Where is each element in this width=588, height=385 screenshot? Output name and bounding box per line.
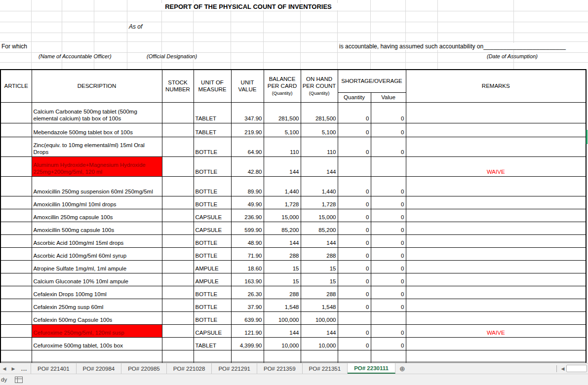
cell-description[interactable]: Cefuroxime 250mg/5ml, 120ml susp — [32, 325, 162, 338]
cell-on-hand-per-count[interactable]: 1,548 — [301, 299, 338, 312]
header-unit-of-measure[interactable]: UNIT OF MEASURE — [194, 70, 231, 103]
cell-unit-of-measure[interactable]: TABLET — [194, 103, 231, 123]
cell-description[interactable]: Atropine Sulfate 1mg/ml, 1ml ampule — [32, 261, 162, 273]
cell-stock-number[interactable] — [162, 157, 194, 177]
cell-balance-per-card[interactable]: 144 — [264, 157, 301, 177]
cell-unit-value[interactable]: 4,399.90 — [231, 338, 264, 350]
cell-stock-number[interactable] — [162, 261, 194, 273]
cell-on-hand-per-count[interactable]: 288 — [301, 248, 338, 261]
cell-on-hand-per-count[interactable]: 144 — [301, 325, 338, 338]
cell-on-hand-per-count[interactable]: 281,500 — [301, 103, 338, 123]
cell-shortage-value[interactable] — [371, 157, 406, 177]
cell-stock-number[interactable] — [162, 123, 194, 137]
cell-remarks[interactable] — [406, 286, 586, 299]
sheet-tab[interactable]: PO# 221351 — [303, 363, 348, 374]
header-shortage-value[interactable]: Value — [371, 93, 406, 103]
cell-balance-per-card[interactable]: 288 — [264, 248, 301, 261]
cell-description[interactable]: Ascorbic Acid 100mg/5ml 60ml syrup — [32, 248, 162, 261]
cell-unit-value[interactable]: 347.90 — [231, 103, 264, 123]
cell-remarks[interactable] — [406, 209, 586, 222]
tabs-scroll-right-button[interactable]: ▶ — [9, 363, 18, 374]
cell-shortage-quantity[interactable]: 0 — [338, 103, 371, 123]
cell-stock-number[interactable] — [162, 248, 194, 261]
cell-description[interactable]: Cefuroxime 500mg tablet, 100s box — [32, 338, 162, 350]
cell-stock-number[interactable] — [162, 177, 194, 196]
cell-unit-value[interactable]: 236.90 — [231, 209, 264, 222]
cell-shortage-value[interactable]: 0 — [371, 261, 406, 273]
cell-remarks[interactable] — [406, 235, 586, 248]
tabs-scroll-left-button[interactable]: ◀ — [0, 363, 9, 374]
cell-on-hand-per-count[interactable]: 144 — [301, 157, 338, 177]
cell-unit-of-measure[interactable]: BOTTLE — [194, 299, 231, 312]
cell-remarks[interactable] — [406, 196, 586, 209]
cell-remarks[interactable] — [406, 137, 586, 157]
cell-unit-of-measure[interactable]: BOTTLE — [194, 196, 231, 209]
cell-stock-number[interactable] — [162, 350, 194, 362]
cell-unit-of-measure[interactable]: CAPSULE — [194, 325, 231, 338]
header-unit-value[interactable]: UNIT VALUE — [231, 70, 264, 103]
sheet-tab[interactable]: PO# 220984 — [77, 363, 122, 374]
cell-description[interactable]: Amoxicillin 100mg/ml 10ml drops — [32, 196, 162, 209]
cell-balance-per-card[interactable]: 15 — [264, 261, 301, 273]
cell-stock-number[interactable] — [162, 273, 194, 286]
cell-unit-value[interactable] — [231, 350, 264, 362]
cell-on-hand-per-count[interactable]: 85,200 — [301, 222, 338, 235]
cell-balance-per-card[interactable]: 15,000 — [264, 209, 301, 222]
cell-shortage-quantity[interactable]: 0 — [338, 137, 371, 157]
cell-shortage-value[interactable]: 0 — [371, 248, 406, 261]
cell-shortage-quantity[interactable] — [338, 157, 371, 177]
cell-on-hand-per-count[interactable]: 5,100 — [301, 123, 338, 137]
cell-remarks[interactable] — [406, 123, 586, 137]
cell-stock-number[interactable] — [162, 137, 194, 157]
cell-article[interactable] — [0, 325, 32, 338]
header-shortage-overage[interactable]: SHORTAGE/OVERAGE — [338, 70, 406, 93]
cell-remarks[interactable] — [406, 312, 586, 325]
cell-shortage-value[interactable]: 0 — [371, 222, 406, 235]
cell-unit-of-measure[interactable]: BOTTLE — [194, 248, 231, 261]
cell-unit-of-measure[interactable]: AMPULE — [194, 261, 231, 273]
sheet-tab[interactable]: PO# 221028 — [167, 363, 212, 374]
cell-unit-value[interactable]: 49.90 — [231, 196, 264, 209]
cell-on-hand-per-count[interactable] — [301, 350, 338, 362]
cell-description[interactable]: Amoxcillin 250mg capsule 100s — [32, 209, 162, 222]
header-shortage-quantity[interactable]: Quantity — [338, 93, 371, 103]
header-article[interactable]: ARTICLE — [0, 70, 32, 103]
cell-shortage-quantity[interactable]: 0 — [338, 273, 371, 286]
cell-remarks[interactable]: WAIVE — [406, 157, 586, 177]
cell-balance-per-card[interactable]: 288 — [264, 286, 301, 299]
sheet-tab[interactable]: PO# 2230111 — [348, 363, 395, 374]
cell-balance-per-card[interactable]: 100,000 — [264, 312, 301, 325]
sheet-tab[interactable]: PO# 221359 — [257, 363, 303, 374]
cell-stock-number[interactable] — [162, 312, 194, 325]
cell-unit-value[interactable]: 219.90 — [231, 123, 264, 137]
cell-shortage-quantity[interactable] — [338, 350, 371, 362]
cell-on-hand-per-count[interactable]: 100,000 — [301, 312, 338, 325]
cell-description[interactable]: Cefalexin 250mg susp 60ml — [32, 299, 162, 312]
cell-stock-number[interactable] — [162, 299, 194, 312]
header-description[interactable]: DESCRIPTION — [32, 70, 162, 103]
cell-stock-number[interactable] — [162, 196, 194, 209]
cell-shortage-quantity[interactable]: 0 — [338, 299, 371, 312]
cell-unit-value[interactable]: 89.90 — [231, 177, 264, 196]
cell-unit-of-measure[interactable]: AMPULE — [194, 273, 231, 286]
cell-shortage-quantity[interactable]: 0 — [338, 123, 371, 137]
header-on-hand-per-count[interactable]: ON HAND PER COUNT (Quantity) — [301, 70, 338, 103]
cell-article[interactable] — [0, 299, 32, 312]
cell-on-hand-per-count[interactable]: 15,000 — [301, 209, 338, 222]
cell-remarks[interactable] — [406, 222, 586, 235]
cell-article[interactable] — [0, 312, 32, 325]
cell-article[interactable] — [0, 209, 32, 222]
cell-shortage-value[interactable]: 0 — [371, 103, 406, 123]
cell-shortage-quantity[interactable]: 0 — [338, 222, 371, 235]
cell-stock-number[interactable] — [162, 222, 194, 235]
accountability-line[interactable]: is accountable, having assumed such acco… — [339, 43, 587, 50]
sheet-grid-icon[interactable] — [15, 377, 23, 383]
header-balance-per-card[interactable]: BALANCE PER CARD (Quantity) — [264, 70, 301, 103]
cell-balance-per-card[interactable]: 1,440 — [264, 177, 301, 196]
cell-article[interactable] — [0, 137, 32, 157]
cell-unit-of-measure[interactable]: BOTTLE — [194, 235, 231, 248]
cell-balance-per-card[interactable]: 15 — [264, 273, 301, 286]
cell-shortage-quantity[interactable] — [338, 312, 371, 325]
cell-remarks[interactable] — [406, 350, 586, 362]
cell-on-hand-per-count[interactable]: 144 — [301, 235, 338, 248]
